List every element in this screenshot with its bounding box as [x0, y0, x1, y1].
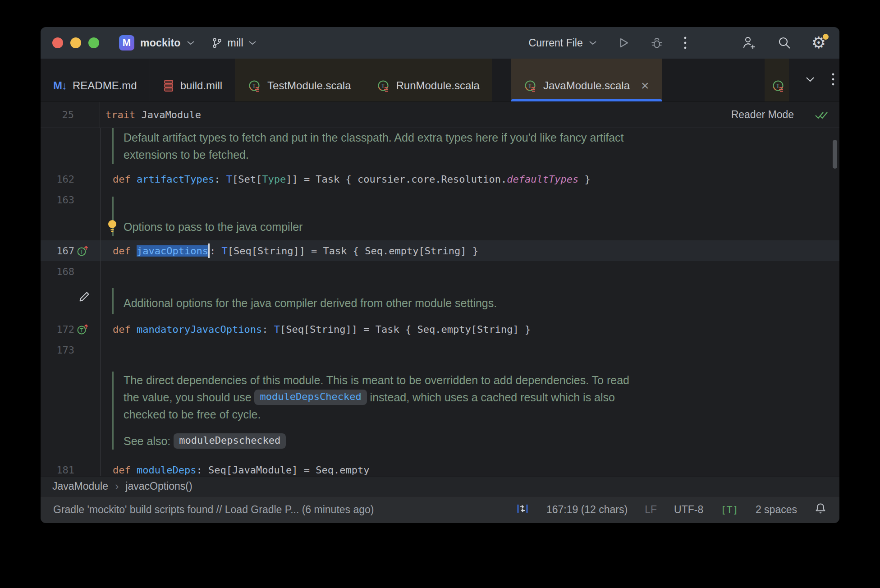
status-message[interactable]: Gradle 'mockito' build scripts found // … — [53, 504, 516, 516]
code-token: def — [113, 464, 137, 476]
svg-text:T: T — [80, 327, 83, 334]
code-token: ]] = Task { coursier.core.Resolution. — [286, 174, 507, 185]
editor-line[interactable]: 163 — [41, 189, 839, 210]
project-widget[interactable]: M mockito — [119, 35, 195, 51]
code-reference-chip[interactable]: moduleDepsChecked — [254, 390, 367, 405]
tab-list-dropdown-button[interactable] — [805, 76, 815, 84]
editor-line[interactable]: 162def artifactTypes: T[Set[Type]] = Tas… — [41, 169, 839, 189]
scala-trait-icon: T — [377, 79, 390, 92]
scala-trait-icon: T — [524, 79, 537, 92]
tab-javamodule-scala[interactable]: T JavaModule.scala × — [511, 59, 662, 101]
doc-comment-line: Options to pass to the java compiler — [124, 218, 839, 235]
close-window-button[interactable] — [52, 37, 63, 48]
tab-readme-md[interactable]: M↓ README.md — [41, 59, 150, 101]
scrollbar-thumb[interactable] — [833, 140, 837, 169]
settings-button[interactable]: ⚙ — [811, 35, 826, 51]
gutter[interactable]: 162 — [41, 169, 100, 189]
more-actions-button[interactable] — [683, 36, 687, 50]
override-marker-icon[interactable]: T — [77, 323, 88, 335]
editor-line[interactable]: 167Tdef javacOptions: T[Seq[String]] = T… — [41, 240, 839, 261]
tab-label: RunModule.scala — [396, 79, 480, 92]
search-everywhere-button[interactable] — [777, 36, 792, 50]
editor-line[interactable]: 181def moduleDeps: Seq[JavaModule] = Seq… — [41, 459, 839, 476]
svg-text:T: T — [80, 249, 83, 255]
debug-button[interactable] — [650, 36, 664, 50]
gutter[interactable]: 163 — [41, 189, 100, 210]
lightbulb-icon[interactable] — [107, 219, 118, 237]
doc-comment-line: The direct dependencies of this module. … — [124, 372, 839, 389]
code-reference-chip[interactable]: moduleDepschecked — [174, 433, 286, 449]
code-line-content[interactable]: def mandatoryJavacOptions: T[Seq[String]… — [100, 324, 839, 335]
double-check-icon — [814, 109, 829, 121]
code-token: : Seq[JavaModule] = Seq.empty — [196, 464, 369, 476]
gutter[interactable] — [41, 128, 100, 164]
code-token: : — [262, 324, 274, 335]
editor-spacer — [41, 450, 839, 459]
breadcrumb-item-class[interactable]: JavaModule — [52, 480, 108, 492]
editor-spacer — [41, 236, 839, 240]
kebab-menu-icon — [683, 36, 687, 50]
line-number: 168 — [56, 266, 74, 277]
svg-text:T: T — [776, 82, 780, 89]
gutter[interactable]: 173 — [41, 340, 100, 360]
tab-build-mill[interactable]: build.mill — [150, 59, 235, 101]
code-line-content[interactable]: def moduleDeps: Seq[JavaModule] = Seq.em… — [100, 464, 839, 476]
sticky-code-line[interactable]: trait JavaModule — [100, 109, 201, 120]
rendered-doc-comment[interactable]: The direct dependencies of this module. … — [41, 372, 839, 450]
breadcrumb-item-member[interactable]: javacOptions() — [125, 480, 192, 492]
tab-runmodule-scala[interactable]: T RunModule.scala — [364, 59, 492, 101]
editor[interactable]: Default artifact types to fetch and put … — [41, 128, 839, 476]
gutter[interactable]: 167T — [41, 240, 100, 261]
caret-position-widget[interactable]: 167:19 (12 chars) — [546, 504, 628, 516]
run-button[interactable] — [617, 36, 630, 50]
doc-text: See also: — [124, 435, 174, 448]
sticky-lines-header[interactable]: 25 trait JavaModule Reader Mode — [41, 102, 839, 128]
tab-partially-visible[interactable]: T — [765, 59, 789, 101]
editor-line[interactable]: 168 — [41, 261, 839, 282]
pencil-icon[interactable] — [78, 290, 91, 303]
tab-options-button[interactable] — [831, 72, 835, 88]
tab-testmodule-scala[interactable]: T TestModule.scala — [235, 59, 363, 101]
code-line-content[interactable]: def artifactTypes: T[Set[Type]] = Task {… — [100, 174, 839, 185]
code-style-sync-widget[interactable] — [516, 502, 529, 518]
gutter[interactable] — [41, 217, 100, 236]
minimize-window-button[interactable] — [70, 37, 81, 48]
gutter[interactable] — [41, 372, 100, 450]
code-token: mandatoryJavacOptions — [137, 324, 262, 335]
run-configuration-selector[interactable]: Current File — [529, 37, 597, 49]
indent-widget[interactable]: 2 spaces — [756, 504, 797, 516]
doc-comment-line: extensions to be fetched. — [124, 146, 839, 163]
rendered-doc-comment[interactable]: Additional options for the java compiler… — [41, 288, 839, 314]
line-separator-widget[interactable]: LF — [645, 504, 657, 516]
textmate-badge[interactable]: [T] — [720, 504, 738, 515]
code-token: trait — [105, 109, 141, 120]
divider — [804, 108, 804, 122]
notifications-button[interactable] — [814, 502, 827, 518]
code-token: def — [113, 324, 137, 335]
chevron-down-icon — [248, 40, 257, 46]
reader-mode-widget[interactable]: Reader Mode — [731, 102, 829, 128]
encoding-widget[interactable]: UTF-8 — [674, 504, 703, 516]
vcs-branch-widget[interactable]: mill — [211, 37, 257, 49]
doc-text: The direct dependencies of this module. … — [124, 374, 629, 387]
rendered-doc-comment[interactable]: Default artifact types to fetch and put … — [41, 128, 839, 164]
gutter[interactable]: 181 — [41, 459, 100, 476]
doc-comment-line: checked to be free of cycle. — [124, 406, 839, 423]
editor-line[interactable]: 172Tdef mandatoryJavacOptions: T[Seq[Str… — [41, 319, 839, 340]
code-with-me-button[interactable] — [742, 36, 757, 50]
code-token: def — [113, 174, 137, 185]
doc-text: the value, you should use — [124, 391, 254, 404]
zoom-window-button[interactable] — [88, 37, 99, 48]
override-marker-icon[interactable]: T — [77, 245, 88, 257]
doc-bar-segment — [112, 197, 114, 217]
ide-window: M mockito mill Current File — [41, 27, 839, 523]
gutter[interactable] — [41, 288, 100, 314]
close-tab-icon[interactable]: × — [641, 81, 649, 90]
code-token: Type — [262, 174, 286, 185]
rendered-doc-comment[interactable]: Options to pass to the java compiler — [41, 217, 839, 236]
gutter[interactable]: 172T — [41, 319, 100, 340]
editor-line[interactable]: 173 — [41, 340, 839, 360]
code-line-content[interactable]: def javacOptions: T[Seq[String]] = Task … — [100, 243, 839, 258]
gutter[interactable]: 168 — [41, 261, 100, 282]
line-number: 162 — [56, 174, 74, 185]
